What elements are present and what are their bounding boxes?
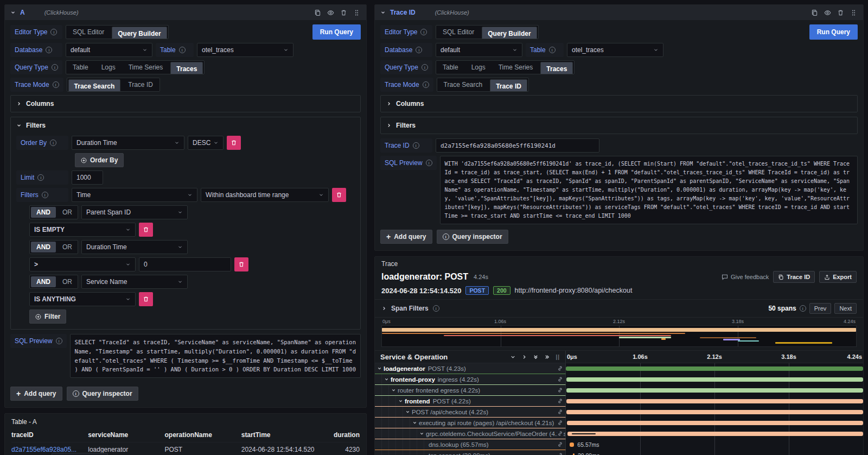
remove-filter-button[interactable]: [332, 188, 346, 202]
span-row[interactable]: grpc.oteldemo.CheckoutService/PlaceOrder…: [375, 428, 863, 439]
table-panel-title[interactable]: Table - A: [5, 414, 366, 428]
span-duration-bar[interactable]: [566, 410, 863, 414]
chevron-right-icon[interactable]: [381, 306, 387, 311]
expand-one-icon[interactable]: [521, 354, 527, 360]
filter-field-select[interactable]: Parent Span ID: [81, 205, 188, 219]
and-or-toggle[interactable]: ANDOR: [29, 275, 78, 289]
filter-time-range-select[interactable]: Within dashboard time range: [201, 188, 329, 202]
and-or-toggle[interactable]: ANDOR: [29, 240, 78, 254]
add-query-button[interactable]: +Add query: [10, 387, 62, 401]
filter-operator-select[interactable]: IS ANYTHING: [29, 292, 136, 306]
chevron-down-icon[interactable]: [377, 366, 382, 371]
column-header[interactable]: duration: [325, 428, 360, 442]
columns-section-header[interactable]: Columns: [11, 96, 360, 112]
chevron-down-icon[interactable]: [405, 409, 410, 414]
trace-search-option[interactable]: Trace Search: [68, 79, 121, 92]
filters-section-header[interactable]: Filters: [381, 117, 857, 134]
link-icon[interactable]: [557, 365, 563, 371]
query-type-traces[interactable]: Traces: [170, 62, 203, 74]
chevron-down-icon[interactable]: [384, 377, 389, 382]
add-filter-button[interactable]: Filter: [29, 309, 66, 324]
span-row[interactable]: frontend-proxyingress (4.22s): [375, 374, 863, 385]
filter-operator-select[interactable]: IS EMPTY: [29, 223, 136, 237]
query-builder-option[interactable]: Query Builder: [482, 27, 537, 39]
trace-id-option[interactable]: Trace ID: [490, 79, 527, 92]
filter-value-input[interactable]: [139, 257, 231, 271]
query-inspector-button[interactable]: iQuery inspector: [67, 387, 138, 401]
span-row[interactable]: executing api route (pages) /api/checkou…: [375, 418, 863, 428]
prev-button[interactable]: Prev: [809, 303, 832, 314]
query-type-traces[interactable]: Traces: [540, 62, 573, 74]
copy-icon[interactable]: [313, 8, 322, 17]
chevron-down-icon[interactable]: [391, 388, 396, 393]
span-filters-label[interactable]: Span Filters: [391, 305, 429, 312]
next-button[interactable]: Next: [834, 303, 857, 314]
query-type-table[interactable]: Table: [436, 61, 465, 74]
table-select[interactable]: otel_traces: [197, 43, 293, 57]
span-row[interactable]: POST /api/checkout (4.22s): [375, 407, 863, 418]
eye-icon[interactable]: [823, 8, 832, 17]
remove-filter-button[interactable]: [139, 292, 153, 306]
query-header-traceid[interactable]: Trace ID (ClickHouse): [375, 5, 863, 20]
link-icon[interactable]: [557, 420, 563, 426]
remove-filter-button[interactable]: [139, 223, 153, 237]
chevron-down-icon[interactable]: [398, 399, 403, 403]
remove-order-by-button[interactable]: [227, 136, 241, 150]
and-or-toggle[interactable]: ANDOR: [29, 205, 78, 219]
expand-all-icon[interactable]: [544, 354, 550, 360]
trash-icon[interactable]: [836, 8, 845, 17]
trash-icon[interactable]: [339, 8, 348, 17]
query-type-timeseries[interactable]: Time Series: [122, 61, 170, 74]
table-select[interactable]: otel_traces: [567, 43, 663, 57]
eye-icon[interactable]: [326, 8, 335, 17]
limit-input[interactable]: [72, 170, 103, 185]
order-by-field-select[interactable]: Duration Time: [72, 136, 184, 150]
columns-section-header[interactable]: Columns: [381, 96, 857, 112]
chevron-down-icon[interactable]: [380, 10, 386, 15]
span-row[interactable]: loadgeneratorPOST (4.23s): [375, 363, 863, 374]
query-header-a[interactable]: A (ClickHouse): [5, 5, 366, 20]
chevron-down-icon[interactable]: [412, 420, 417, 425]
query-type-table[interactable]: Table: [66, 61, 95, 74]
column-header[interactable]: startTime: [241, 428, 325, 442]
query-type-logs[interactable]: Logs: [95, 61, 122, 74]
trace-id-button[interactable]: Trace ID: [773, 271, 815, 283]
filter-field-select[interactable]: Time: [72, 188, 197, 202]
span-duration-bar[interactable]: [566, 399, 863, 403]
span-row[interactable]: dns.lookup (65.57ms)65.57ms: [375, 439, 863, 450]
database-select[interactable]: default: [436, 43, 522, 57]
copy-icon[interactable]: [810, 8, 819, 17]
query-builder-option[interactable]: Query Builder: [112, 27, 167, 39]
query-inspector-button[interactable]: iQuery inspector: [437, 230, 508, 244]
column-resize-handle[interactable]: ||: [556, 354, 560, 360]
trace-panel-title[interactable]: Trace: [375, 257, 863, 269]
column-header[interactable]: traceID: [11, 428, 88, 442]
link-icon[interactable]: [557, 409, 563, 415]
trace-minimap[interactable]: [381, 325, 857, 347]
give-feedback-button[interactable]: Give feedback: [722, 274, 769, 280]
collapse-one-icon[interactable]: [510, 354, 516, 360]
chevron-down-icon[interactable]: [419, 431, 424, 436]
link-icon[interactable]: [557, 452, 563, 455]
link-icon[interactable]: [557, 387, 563, 393]
trace-search-option[interactable]: Trace Search: [437, 78, 489, 91]
sql-editor-option[interactable]: SQL Editor: [66, 26, 111, 39]
query-type-logs[interactable]: Logs: [465, 61, 492, 74]
database-select[interactable]: default: [66, 43, 152, 57]
sql-editor-option[interactable]: SQL Editor: [436, 26, 481, 39]
filters-section-header[interactable]: Filters: [11, 117, 360, 134]
trace-id-option[interactable]: Trace ID: [122, 78, 159, 91]
remove-filter-button[interactable]: [234, 257, 248, 271]
filter-operator-select[interactable]: >: [29, 257, 136, 271]
link-icon[interactable]: [557, 398, 563, 404]
span-duration-bar[interactable]: [570, 443, 575, 447]
drag-handle-icon[interactable]: [352, 8, 361, 17]
span-duration-bar[interactable]: [567, 421, 863, 425]
span-duration-bar[interactable]: [566, 388, 863, 393]
span-row[interactable]: tcp.connect (20.09ms)20.09ms: [375, 450, 863, 455]
column-header[interactable]: serviceName: [88, 428, 164, 442]
link-icon[interactable]: [557, 431, 563, 437]
column-header[interactable]: operationName: [164, 428, 241, 442]
trace-id-input[interactable]: [436, 138, 599, 153]
span-row[interactable]: frontendPOST (4.22s): [375, 396, 863, 407]
